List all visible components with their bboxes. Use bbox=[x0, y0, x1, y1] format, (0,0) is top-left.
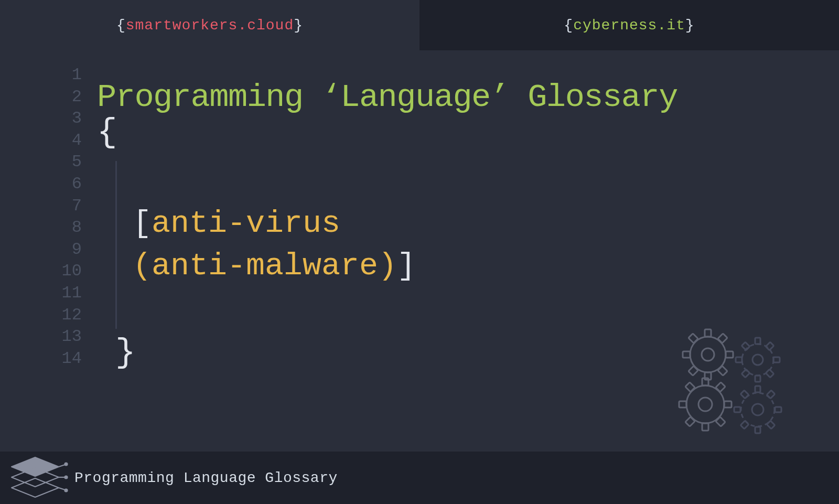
svg-marker-42 bbox=[12, 478, 59, 497]
line-number: 12 bbox=[58, 304, 82, 326]
line-number: 1 bbox=[58, 64, 82, 86]
line-number: 7 bbox=[58, 195, 82, 217]
svg-point-44 bbox=[65, 463, 68, 465]
svg-rect-19 bbox=[766, 369, 774, 378]
brace-open: { bbox=[564, 17, 573, 34]
svg-rect-12 bbox=[755, 338, 760, 344]
svg-rect-4 bbox=[683, 351, 690, 358]
brace-close: } bbox=[294, 17, 303, 34]
svg-point-46 bbox=[65, 476, 68, 478]
tab-smartworkers[interactable]: {smartworkers.cloud} bbox=[0, 0, 420, 50]
svg-point-31 bbox=[752, 404, 763, 415]
gears-icon bbox=[671, 326, 792, 436]
line-number: 2 bbox=[58, 86, 82, 108]
line-number: 11 bbox=[58, 282, 82, 304]
svg-point-1 bbox=[702, 348, 714, 361]
line-number: 5 bbox=[58, 151, 82, 173]
header-tabs: {smartworkers.cloud} {cyberness.it} bbox=[0, 0, 839, 50]
svg-rect-2 bbox=[705, 329, 711, 337]
footer-label: Programming Language Glossary bbox=[74, 470, 338, 486]
svg-rect-34 bbox=[734, 407, 740, 412]
svg-line-47 bbox=[59, 488, 65, 490]
line-number: 13 bbox=[58, 326, 82, 348]
line-number: 8 bbox=[58, 217, 82, 239]
svg-point-21 bbox=[698, 398, 712, 411]
svg-rect-35 bbox=[775, 407, 781, 412]
svg-rect-5 bbox=[726, 351, 733, 358]
line-number: 4 bbox=[58, 130, 82, 152]
svg-line-43 bbox=[59, 465, 65, 467]
open-bracket: [ bbox=[133, 206, 152, 241]
footer-bar: Programming Language Glossary bbox=[0, 452, 839, 504]
glossary-term-alt: (anti-malware)] bbox=[133, 245, 818, 287]
svg-point-11 bbox=[752, 355, 763, 365]
svg-rect-25 bbox=[724, 401, 732, 408]
svg-rect-18 bbox=[741, 342, 750, 350]
line-number: 14 bbox=[58, 348, 82, 370]
line-number: 6 bbox=[58, 173, 82, 195]
stacked-layers-icon bbox=[6, 453, 69, 503]
line-number: 9 bbox=[58, 239, 82, 261]
svg-rect-15 bbox=[773, 357, 780, 362]
svg-marker-40 bbox=[12, 457, 59, 476]
close-bracket: ] bbox=[397, 248, 416, 284]
svg-rect-17 bbox=[741, 369, 750, 378]
svg-point-48 bbox=[65, 489, 68, 491]
term-word-1: anti-virus bbox=[152, 206, 340, 241]
term-word-2: anti-malware bbox=[152, 248, 378, 284]
page-title: Programming ‘Language’ Glossary bbox=[97, 79, 818, 116]
tab-cyberness[interactable]: {cyberness.it} bbox=[420, 0, 839, 50]
svg-rect-13 bbox=[755, 376, 760, 382]
svg-rect-24 bbox=[679, 401, 686, 408]
svg-rect-16 bbox=[766, 342, 774, 350]
tab-domain: cyberness.it bbox=[573, 17, 685, 34]
line-number-gutter: 1 2 3 4 5 6 7 8 9 10 11 12 13 14 bbox=[58, 64, 82, 369]
close-paren: ) bbox=[378, 248, 397, 284]
indent-guide: [anti-virus (anti-malware)] bbox=[115, 161, 818, 329]
brace-close: } bbox=[685, 17, 695, 34]
line-number: 3 bbox=[58, 108, 82, 130]
brace-open: { bbox=[116, 17, 126, 34]
svg-rect-33 bbox=[755, 427, 760, 433]
svg-rect-23 bbox=[702, 423, 708, 431]
line-number: 10 bbox=[58, 260, 82, 282]
tab-domain: smartworkers.cloud bbox=[126, 17, 294, 34]
glossary-term: [anti-virus bbox=[133, 202, 818, 245]
code-open-brace: { bbox=[97, 114, 818, 152]
svg-rect-32 bbox=[755, 386, 760, 392]
open-paren: ( bbox=[133, 248, 152, 284]
svg-rect-14 bbox=[736, 357, 742, 362]
